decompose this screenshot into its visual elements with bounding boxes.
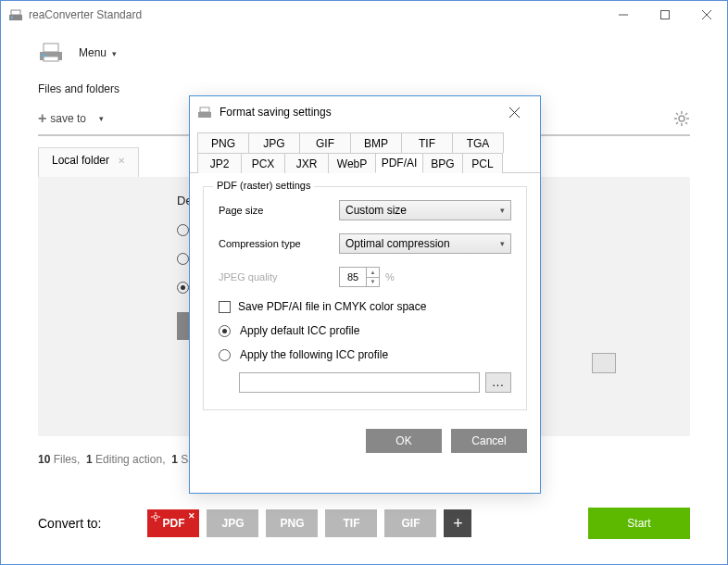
gear-icon: [151, 512, 160, 521]
browse-button[interactable]: [592, 353, 616, 373]
dialog-titlebar: Format saving settings: [190, 96, 540, 128]
icc-custom-label: Apply the following ICC profile: [240, 348, 388, 361]
menu-row: Menu▾: [1, 29, 727, 75]
menu-button[interactable]: Menu▾: [79, 44, 117, 59]
tab-pdfai[interactable]: PDF/AI: [375, 153, 423, 173]
start-button[interactable]: Start: [588, 508, 690, 539]
page-size-select[interactable]: Custom size ▾: [339, 200, 511, 220]
cmyk-checkbox[interactable]: [219, 301, 231, 313]
tab-local-folder[interactable]: Local folder ✕: [38, 147, 139, 177]
compression-label: Compression type: [219, 238, 339, 249]
cmyk-label: Save PDF/AI file in CMYK color space: [238, 300, 426, 313]
svg-rect-25: [198, 112, 211, 118]
page-size-label: Page size: [219, 205, 339, 216]
tab-png[interactable]: PNG: [197, 132, 249, 153]
jpeg-quality-input[interactable]: [340, 271, 366, 282]
add-format-button[interactable]: +: [444, 509, 471, 537]
convert-label: Convert to:: [38, 516, 101, 531]
step-up[interactable]: ▲: [367, 268, 379, 278]
tab-jpg[interactable]: JPG: [248, 132, 300, 153]
step-down[interactable]: ▼: [367, 278, 379, 287]
fieldset-legend: PDF (raster) settings: [213, 180, 314, 191]
svg-rect-8: [44, 44, 58, 52]
tab-bmp[interactable]: BMP: [350, 132, 402, 153]
chevron-down-icon: ▾: [112, 49, 117, 58]
close-icon[interactable]: ✕: [118, 156, 125, 166]
icc-default-label: Apply default ICC profile: [240, 324, 359, 337]
svg-point-11: [679, 116, 684, 121]
tab-pcx[interactable]: PCX: [241, 153, 285, 173]
tab-jxr[interactable]: JXR: [284, 153, 329, 173]
dialog-close-button[interactable]: [496, 96, 533, 128]
window-title: reaConverter Standard: [29, 8, 602, 21]
icc-custom-radio[interactable]: [219, 349, 231, 361]
tab-webp[interactable]: WebP: [328, 153, 376, 173]
svg-rect-26: [200, 107, 209, 112]
radio-option-selected[interactable]: [177, 282, 189, 294]
settings-gear-icon[interactable]: [673, 110, 690, 127]
percent-label: %: [385, 271, 395, 282]
cancel-button[interactable]: Cancel: [451, 429, 527, 453]
radio-option[interactable]: [177, 224, 189, 236]
browse-button[interactable]: ...: [485, 372, 511, 393]
printer-icon: [197, 105, 212, 119]
printer-icon: [38, 41, 64, 63]
icc-path-input[interactable]: [239, 372, 480, 393]
chevron-down-icon: ▾: [99, 114, 104, 123]
svg-line-17: [685, 122, 687, 124]
dialog-title: Format saving settings: [220, 106, 496, 119]
minimize-button[interactable]: [602, 1, 644, 29]
convert-bar: Convert to: PDF ✕ JPG PNG TIF GIF + Star…: [38, 505, 690, 542]
format-gif-button[interactable]: GIF: [384, 509, 436, 537]
chevron-down-icon: ▾: [500, 206, 505, 215]
svg-line-19: [676, 122, 678, 124]
icc-default-radio[interactable]: [219, 325, 231, 337]
radio-option[interactable]: [177, 253, 189, 265]
chevron-down-icon: ▾: [500, 239, 505, 248]
ok-button[interactable]: OK: [366, 429, 442, 453]
close-icon[interactable]: ✕: [188, 511, 195, 521]
format-settings-dialog: Format saving settings PNG JPG GIF BMP T…: [189, 95, 541, 494]
tab-pcl[interactable]: PCL: [462, 153, 503, 173]
svg-line-16: [676, 113, 678, 115]
tab-gif[interactable]: GIF: [299, 132, 351, 153]
tab-tif[interactable]: TIF: [401, 132, 453, 153]
tab-jp2[interactable]: JP2: [197, 153, 242, 173]
format-jpg-button[interactable]: JPG: [207, 509, 258, 537]
svg-rect-4: [660, 11, 669, 19]
format-tif-button[interactable]: TIF: [325, 509, 377, 537]
svg-point-2: [11, 17, 13, 19]
svg-rect-9: [44, 56, 58, 61]
format-png-button[interactable]: PNG: [266, 509, 318, 537]
svg-point-20: [154, 515, 157, 519]
dialog-buttons: OK Cancel: [190, 420, 540, 462]
tab-bpg[interactable]: BPG: [422, 153, 463, 173]
app-icon: [8, 7, 23, 22]
svg-line-18: [685, 113, 687, 115]
files-folders-label: Files and folders: [38, 82, 119, 95]
close-button[interactable]: [685, 1, 727, 29]
jpeg-quality-label: JPEG quality: [219, 271, 339, 282]
window-titlebar: reaConverter Standard: [1, 1, 727, 29]
svg-point-10: [43, 55, 45, 57]
tab-tga[interactable]: TGA: [452, 132, 504, 153]
saveto-button[interactable]: + save to ▾: [38, 110, 104, 127]
pdf-settings-group: PDF (raster) settings Page size Custom s…: [203, 186, 527, 410]
compression-select[interactable]: Optimal compression ▾: [339, 233, 511, 254]
maximize-button[interactable]: [644, 1, 685, 29]
format-pdf-button[interactable]: PDF ✕: [147, 509, 199, 537]
svg-rect-1: [11, 10, 20, 15]
jpeg-quality-stepper[interactable]: ▲▼: [339, 267, 380, 287]
plus-icon: +: [38, 110, 46, 127]
format-tabs: PNG JPG GIF BMP TIF TGA JP2 PCX JXR WebP…: [190, 132, 540, 173]
